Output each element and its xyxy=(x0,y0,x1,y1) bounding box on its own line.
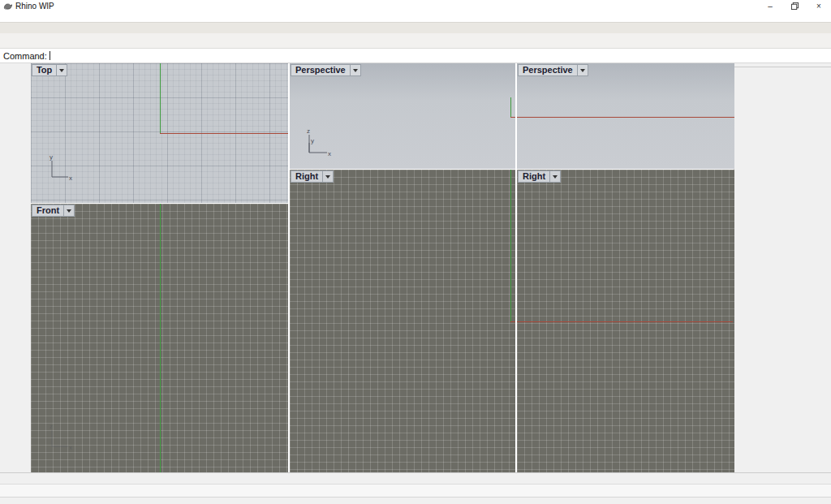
perspective-axis-indicator: zyx xyxy=(301,125,334,159)
svg-text:z: z xyxy=(50,423,53,430)
rhino-window: Rhino WIP – × Command: Top xyxy=(0,0,831,504)
command-prompt: Command: xyxy=(3,51,47,61)
viewport-perspective-a-title[interactable]: Perspective xyxy=(291,64,351,76)
minimize-button[interactable]: – xyxy=(758,0,782,11)
viewport-right-b[interactable]: Right xyxy=(517,170,734,472)
viewport-front[interactable]: Front zx xyxy=(31,204,288,472)
svg-text:y: y xyxy=(311,137,314,144)
perspective-grid xyxy=(517,63,734,169)
viewport-top[interactable]: Top yx xyxy=(31,63,288,203)
restore-button[interactable] xyxy=(782,0,807,11)
properties-panel xyxy=(734,63,831,472)
z-axis-line xyxy=(160,204,161,472)
viewport-right-b-title[interactable]: Right xyxy=(518,170,550,183)
y-axis-line xyxy=(510,321,515,322)
toolbar-tab-strip xyxy=(0,22,831,33)
status-bar xyxy=(0,497,831,504)
viewport-area: Top yx Front zx xyxy=(31,63,734,472)
viewport-front-menu-arrow-icon[interactable] xyxy=(64,205,75,217)
app-icon xyxy=(3,2,12,10)
x-axis-line xyxy=(160,133,288,134)
viewport-right-a-title[interactable]: Right xyxy=(291,170,323,183)
viewport-perspective-b[interactable]: Perspective xyxy=(517,63,734,169)
viewport-perspective-a-menu-arrow-icon[interactable] xyxy=(351,64,361,76)
close-button[interactable]: × xyxy=(807,0,831,11)
command-caret xyxy=(50,51,50,60)
viewport-tab-bar xyxy=(0,472,831,484)
top-axis-indicator: yx xyxy=(45,153,73,182)
main-toolbar xyxy=(0,33,831,49)
viewport-right-a-menu-arrow-icon[interactable] xyxy=(323,170,334,183)
svg-text:x: x xyxy=(69,444,72,451)
window-title: Rhino WIP xyxy=(15,2,54,11)
svg-text:x: x xyxy=(69,174,72,182)
osnap-bar xyxy=(0,484,831,497)
viewport-top-title[interactable]: Top xyxy=(32,64,57,76)
front-axis-indicator: zx xyxy=(45,422,73,451)
viewport-perspective-a[interactable]: Perspective zyx xyxy=(290,63,515,169)
viewport-front-title[interactable]: Front xyxy=(32,205,64,217)
viewport-right-b-menu-arrow-icon[interactable] xyxy=(550,170,561,183)
svg-text:x: x xyxy=(328,150,331,157)
x-axis-line xyxy=(510,117,515,118)
viewport-right-a[interactable]: Right xyxy=(290,170,515,472)
y-axis-line xyxy=(160,63,161,133)
title-bar: Rhino WIP – × xyxy=(0,0,831,11)
z-axis-line xyxy=(510,170,511,321)
svg-text:z: z xyxy=(307,127,310,135)
x-axis-line xyxy=(517,117,734,118)
viewport-perspective-b-menu-arrow-icon[interactable] xyxy=(578,64,588,76)
svg-text:y: y xyxy=(50,153,53,161)
y-axis-line xyxy=(517,321,733,322)
left-toolbar xyxy=(0,63,31,472)
menu-bar xyxy=(0,11,831,22)
panel-view-buttons xyxy=(734,67,831,74)
y-axis-line xyxy=(510,97,511,117)
command-bar[interactable]: Command: xyxy=(0,49,831,63)
panel-tabs xyxy=(734,63,831,67)
viewport-perspective-b-title[interactable]: Perspective xyxy=(518,64,578,76)
viewport-top-menu-arrow-icon[interactable] xyxy=(57,64,67,76)
